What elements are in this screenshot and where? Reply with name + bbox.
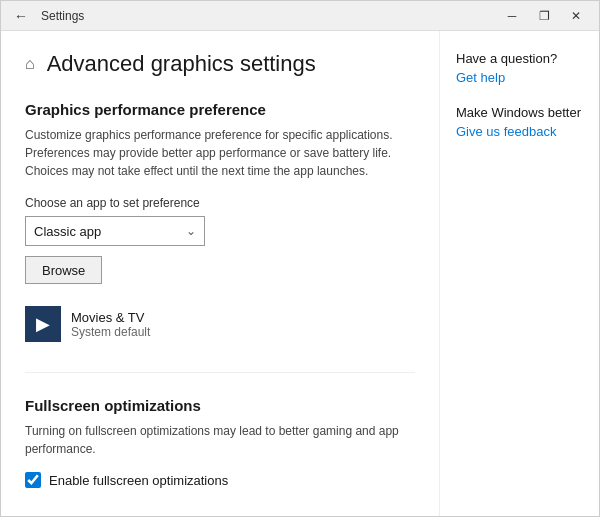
app-name: Movies & TV bbox=[71, 310, 150, 325]
page-header: ⌂ Advanced graphics settings bbox=[25, 51, 415, 77]
minimize-button[interactable]: ─ bbox=[497, 6, 527, 26]
main-content: ⌂ Advanced graphics settings Graphics pe… bbox=[1, 31, 439, 516]
feedback-link[interactable]: Give us feedback bbox=[456, 124, 556, 139]
sidebar-make-better-heading: Make Windows better bbox=[456, 105, 583, 120]
divider bbox=[25, 372, 415, 373]
app-item: ▶ Movies & TV System default bbox=[25, 300, 415, 348]
back-button[interactable]: ← bbox=[9, 4, 33, 28]
close-button[interactable]: ✕ bbox=[561, 6, 591, 26]
title-bar-left: ← Settings bbox=[9, 4, 84, 28]
home-icon[interactable]: ⌂ bbox=[25, 55, 35, 73]
graphics-section-title: Graphics performance preference bbox=[25, 101, 415, 118]
app-status: System default bbox=[71, 325, 150, 339]
app-icon-inner: ▶ bbox=[36, 313, 50, 335]
sidebar: Have a question? Get help Make Windows b… bbox=[439, 31, 599, 516]
title-bar-controls: ─ ❐ ✕ bbox=[497, 6, 591, 26]
get-help-link[interactable]: Get help bbox=[456, 70, 505, 85]
app-dropdown[interactable]: Classic app ⌄ bbox=[25, 216, 205, 246]
browse-button[interactable]: Browse bbox=[25, 256, 102, 284]
fullscreen-checkbox[interactable] bbox=[25, 472, 41, 488]
page-title: Advanced graphics settings bbox=[47, 51, 316, 77]
graphics-section-desc: Customize graphics performance preferenc… bbox=[25, 126, 405, 180]
content-area: ⌂ Advanced graphics settings Graphics pe… bbox=[1, 31, 599, 516]
fullscreen-section: Fullscreen optimizations Turning on full… bbox=[25, 397, 415, 488]
sidebar-question-section: Have a question? Get help bbox=[456, 51, 583, 85]
sidebar-question-heading: Have a question? bbox=[456, 51, 583, 66]
fullscreen-checkbox-row: Enable fullscreen optimizations bbox=[25, 472, 415, 488]
graphics-section: Graphics performance preference Customiz… bbox=[25, 101, 415, 348]
app-info: Movies & TV System default bbox=[71, 310, 150, 339]
dropdown-value: Classic app bbox=[34, 224, 101, 239]
title-bar: ← Settings ─ ❐ ✕ bbox=[1, 1, 599, 31]
fullscreen-section-title: Fullscreen optimizations bbox=[25, 397, 415, 414]
window-title: Settings bbox=[41, 9, 84, 23]
app-icon: ▶ bbox=[25, 306, 61, 342]
sidebar-feedback-section: Make Windows better Give us feedback bbox=[456, 105, 583, 139]
window: ← Settings ─ ❐ ✕ ⌂ Advanced graphics set… bbox=[0, 0, 600, 517]
fullscreen-checkbox-label: Enable fullscreen optimizations bbox=[49, 473, 228, 488]
fullscreen-section-desc: Turning on fullscreen optimizations may … bbox=[25, 422, 405, 458]
restore-button[interactable]: ❐ bbox=[529, 6, 559, 26]
dropdown-label: Choose an app to set preference bbox=[25, 196, 415, 210]
chevron-down-icon: ⌄ bbox=[186, 224, 196, 238]
